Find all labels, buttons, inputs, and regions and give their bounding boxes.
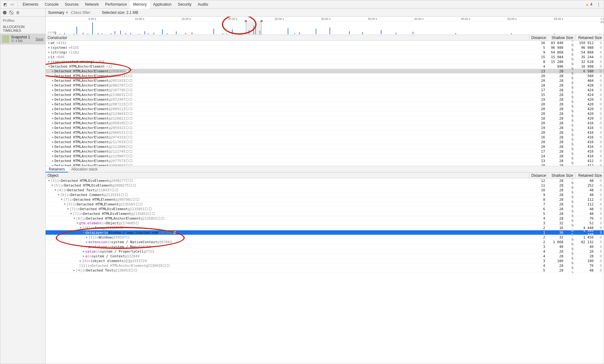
constructor-row[interactable]: ▶Detached HTMLAnchorElement @2126821 18 … bbox=[46, 116, 604, 121]
retainer-row[interactable]: ▼gtm.element in Object @2174685 3 32 0 %… bbox=[46, 221, 604, 226]
disclosure-icon[interactable]: ▶ bbox=[51, 121, 54, 125]
col-retained2[interactable]: Retained Size bbox=[575, 173, 604, 178]
retainer-row[interactable]: ▼[6] in Detached Comment @2119191 9 28 0… bbox=[46, 193, 604, 197]
timeline-selection[interactable] bbox=[246, 21, 262, 35]
constructor-row[interactable]: ▶(system)×61555 96 988 0 % 96 988 0 bbox=[46, 45, 604, 50]
col-retained[interactable]: Retained Size bbox=[575, 35, 604, 40]
disclosure-icon[interactable]: ▶ bbox=[48, 51, 51, 54]
retainer-row[interactable]: ▼[9] in Detached HTMLElement @2135565 7 … bbox=[46, 202, 604, 207]
constructor-row[interactable]: ▶Detached HTMLAnchorElement @2084663 20 … bbox=[46, 163, 604, 166]
tab-elements[interactable]: Elements bbox=[20, 0, 42, 8]
disclosure-icon[interactable]: ▼ bbox=[48, 65, 51, 68]
disclosure-icon[interactable]: ▶ bbox=[82, 255, 85, 258]
more-icon[interactable]: ⋮ bbox=[595, 2, 602, 7]
disclosure-icon[interactable]: ▶ bbox=[85, 240, 88, 244]
disclosure-icon[interactable]: ▶ bbox=[51, 70, 54, 73]
constructor-row[interactable]: ▼Detached HTMLAnchorElement×324 896 0 % … bbox=[46, 64, 604, 69]
retainer-row[interactable]: ▼[5] in Detached HTMLDivElement @2098277… bbox=[46, 178, 604, 183]
disclosure-icon[interactable]: ▶ bbox=[51, 145, 54, 148]
record-button[interactable] bbox=[3, 11, 7, 14]
retainer-row[interactable]: [11] in Detached HTMLAnchorElement @2136… bbox=[46, 263, 604, 268]
constructor-row[interactable]: ▶Detached HTMLAnchorElement @2072407 19 … bbox=[46, 97, 604, 102]
retainer-row[interactable]: ▼[24] in Array @141309 2 16 0 % 4 448 0 bbox=[46, 226, 604, 230]
constructor-row[interactable]: ▶Detached HTMLAnchorElement @2121809 20 … bbox=[46, 144, 604, 149]
disclosure-icon[interactable]: ▼ bbox=[82, 231, 85, 234]
constructor-row[interactable]: ▶Detached HTMLAnchorElement @2077573 13 … bbox=[46, 159, 604, 163]
disclosure-icon[interactable]: ▼ bbox=[54, 188, 57, 192]
disclosure-icon[interactable]: ▼ bbox=[60, 198, 63, 201]
disclosure-icon[interactable]: ▶ bbox=[51, 164, 54, 166]
class-filter-input[interactable] bbox=[71, 10, 99, 15]
tab-memory[interactable]: Memory bbox=[130, 0, 150, 8]
disclosure-icon[interactable]: ▶ bbox=[51, 150, 54, 153]
retainer-row[interactable]: ▶[4] in Detached Text @2136053 5 28 0 % … bbox=[46, 268, 604, 273]
inspect-icon[interactable]: ◩ bbox=[2, 2, 8, 7]
tab-performance[interactable]: Performance bbox=[102, 0, 130, 8]
retainer-row[interactable]: ▶a in system / Context @112849 4 28 0 % … bbox=[46, 254, 604, 259]
save-link[interactable]: Save bbox=[36, 37, 43, 41]
disclosure-icon[interactable]: ▶ bbox=[51, 154, 54, 158]
disclosure-icon[interactable]: ▶ bbox=[51, 84, 54, 87]
disclosure-icon[interactable]: ▶ bbox=[51, 88, 54, 92]
col-shallow[interactable]: Shallow Size bbox=[547, 35, 575, 40]
constructor-row[interactable]: ▶Detached HTMLAnchorElement @2074333 16 … bbox=[46, 135, 604, 140]
retainer-row[interactable]: ▶[5] in Window @339597 2 32 0 % 1 456 0 bbox=[46, 235, 604, 240]
constructor-row[interactable]: ▶Detached HTMLAnchorElement @2098465 13 … bbox=[46, 69, 604, 74]
constructor-row[interactable]: ▶Detached HTMLAnchorElement @2129907 14 … bbox=[46, 154, 604, 159]
constructor-row[interactable]: ▶wt×419216 83 840 0 % 150 912 0 bbox=[46, 41, 604, 45]
constructor-row[interactable]: ▶Detached HTMLAnchorElement @2138031 15 … bbox=[46, 92, 604, 97]
disclosure-icon[interactable]: ▶ bbox=[51, 79, 54, 82]
tab-console[interactable]: Console bbox=[42, 0, 62, 8]
disclosure-icon[interactable]: ▼ bbox=[57, 193, 60, 196]
disclosure-icon[interactable]: ▶ bbox=[51, 117, 54, 120]
disclosure-icon[interactable]: ▶ bbox=[48, 41, 51, 44]
disclosure-icon[interactable]: ▼ bbox=[63, 203, 66, 206]
disclosure-icon[interactable]: ▶ bbox=[51, 136, 54, 139]
disclosure-icon[interactable]: ▼ bbox=[51, 184, 54, 187]
constructor-row[interactable]: ▶Detached HTMLAnchorElement @2117033 20 … bbox=[46, 140, 604, 144]
disclosure-icon[interactable]: ▼ bbox=[70, 212, 73, 215]
disclosure-icon[interactable]: ▶ bbox=[51, 74, 54, 77]
snapshot-item[interactable]: Snapshot 1 37.4 MB Save bbox=[0, 34, 45, 44]
col-shallow2[interactable]: Shallow Size bbox=[547, 173, 575, 178]
disclosure-icon[interactable]: ▶ bbox=[51, 126, 54, 129]
disclosure-icon[interactable]: ▶ bbox=[79, 259, 82, 262]
disclosure-icon[interactable]: ▶ bbox=[73, 269, 76, 272]
disclosure-icon[interactable]: ▼ bbox=[76, 221, 79, 225]
retainer-row[interactable]: ▼[7] in Detached HTMLDivElement @2135853… bbox=[46, 211, 604, 216]
disclosure-icon[interactable]: ▶ bbox=[85, 236, 88, 239]
disclosure-icon[interactable]: ▶ bbox=[48, 60, 51, 63]
allocation-timeline[interactable]: 5.00 s10.00 s15.00 s20.00 s25.00 s30.00 … bbox=[46, 17, 604, 35]
constructor-row[interactable]: ▶(concatenated string)×2548 15 280 0 % 3… bbox=[46, 59, 604, 64]
constructor-row[interactable]: ▶Detached HTMLAnchorElement @2089113 20 … bbox=[46, 107, 604, 111]
constructor-row[interactable]: ▶Detached HTMLAnchorElement @2058165 20 … bbox=[46, 121, 604, 126]
constructor-row[interactable]: ▶Detached HTMLAnchorElement @2124843 20 … bbox=[46, 111, 604, 116]
disclosure-icon[interactable]: ▶ bbox=[85, 245, 88, 248]
constructor-row[interactable]: ▶Detached HTMLAnchorElement @2051013 20 … bbox=[46, 74, 604, 78]
constructor-row[interactable]: ▶Detached HTMLAnchorElement @2122745 17 … bbox=[46, 149, 604, 154]
col-constructor[interactable]: Constructor bbox=[46, 35, 529, 40]
view-dropdown[interactable]: Summary ▼ bbox=[48, 10, 68, 15]
retainer-row[interactable]: ▶24 in (object elements)[] @1533729 3 18… bbox=[46, 259, 604, 263]
tab-security[interactable]: Security bbox=[175, 0, 195, 8]
tab-application[interactable]: Application bbox=[150, 0, 175, 8]
warnings-badge[interactable]: ▲ 4 bbox=[585, 2, 592, 7]
disclosure-icon[interactable]: ▶ bbox=[51, 103, 54, 106]
retainer-row[interactable]: ▼[7] in Detached HTMLDivElement @2135851… bbox=[46, 207, 604, 211]
disclosure-icon[interactable]: ▼ bbox=[79, 226, 82, 229]
selection-handle-right[interactable] bbox=[261, 20, 262, 22]
constructor-row[interactable]: ▶Detached HTMLAnchorElement @2051933 20 … bbox=[46, 78, 604, 83]
constructor-row[interactable]: ▶(string)×11829 54 868 0 % 54 868 0 bbox=[46, 50, 604, 55]
col-distance2[interactable]: Distance bbox=[529, 173, 547, 178]
tab-sources[interactable]: Sources bbox=[62, 0, 82, 8]
retainer-row[interactable]: ▼[4] in Detached Text @2118437 10 28 0 %… bbox=[46, 188, 604, 193]
disclosure-icon[interactable]: ▶ bbox=[48, 46, 51, 49]
constructor-row[interactable]: ▶Lt×66615 15 984 0 % 35 244 0 bbox=[46, 55, 604, 59]
disclosure-icon[interactable]: ▼ bbox=[48, 179, 51, 182]
constructor-row[interactable]: ▶Detached HTMLAnchorElement @2066531 20 … bbox=[46, 130, 604, 135]
disclosure-icon[interactable]: ▼ bbox=[73, 217, 76, 220]
retainer-row[interactable]: ▼[8] in Detached HTMLAnchorElement @2135… bbox=[46, 216, 604, 221]
constructor-row[interactable]: ▶Detached HTMLAnchorElement @2059321 19 … bbox=[46, 126, 604, 130]
details-tab-retainers[interactable]: Retainers bbox=[46, 166, 68, 172]
disclosure-icon[interactable]: ▶ bbox=[51, 131, 54, 134]
